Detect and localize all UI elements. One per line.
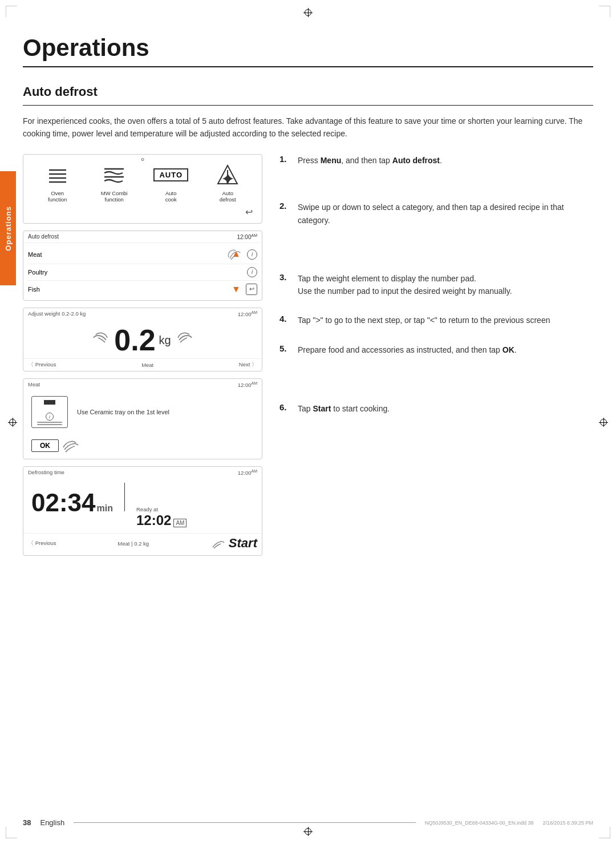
auto-cook-icon-item: AUTO Autocook bbox=[157, 163, 185, 203]
corner-mark-tl bbox=[6, 6, 17, 17]
screen2-time: 12:00AM bbox=[237, 233, 257, 240]
footer-page-number: 38 bbox=[23, 818, 31, 827]
auto-cook-label: Autocook bbox=[165, 190, 177, 203]
tray-icon: i bbox=[31, 396, 68, 428]
screen2-header: Auto defrost 12:00AM bbox=[23, 231, 262, 243]
step-5: 5. Prepare food and accessories as instr… bbox=[279, 344, 593, 356]
step-1-text: Press Menu, and then tap Auto defrost. bbox=[298, 154, 442, 167]
auto-defrost-symbol: ✦ bbox=[214, 163, 241, 188]
step-3: 3. Tap the weight element to display the… bbox=[279, 272, 593, 298]
screen3-mockup: Adjust weight 0.2-2.0 kg 12:00AM 0.2 kg bbox=[23, 308, 262, 371]
fish-label: Fish bbox=[28, 286, 40, 293]
page-footer: 38 English NQ50J9530_EN_DE68-04334G-00_E… bbox=[23, 818, 593, 827]
step-5-number: 5. bbox=[279, 344, 292, 353]
screen3-next: Next 〉 bbox=[239, 361, 257, 369]
step-2-number: 2. bbox=[279, 201, 292, 211]
step-2-text: Swipe up or down to select a category, a… bbox=[298, 201, 593, 227]
ok-button[interactable]: OK bbox=[31, 439, 59, 452]
swipe-arrows: ▲ ▼ bbox=[231, 249, 241, 294]
hand-ok-icon bbox=[62, 438, 82, 453]
section-rule bbox=[23, 105, 593, 106]
screen1-dot bbox=[141, 158, 144, 161]
screen2-title: Auto defrost bbox=[28, 233, 59, 240]
hand-right-icon bbox=[177, 332, 195, 348]
steps-list: 1. Press Menu, and then tap Auto defrost… bbox=[279, 154, 593, 415]
screen4-instruction-text: Use Ceramic tray on the 1st level bbox=[77, 407, 254, 417]
poultry-info-icon: i bbox=[247, 267, 257, 277]
screen2-row-poultry: Poultry i bbox=[28, 264, 257, 281]
step-6: 6. Tap Start to start cooking. bbox=[279, 402, 593, 415]
svg-text:✦: ✦ bbox=[221, 169, 235, 186]
screen5-header: Defrosting time 12:00AM bbox=[23, 467, 262, 478]
step-4: 4. Tap ">" to go to the next step, or ta… bbox=[279, 314, 593, 326]
screen5-header-time: 12:00AM bbox=[238, 469, 257, 476]
screen3-header-text: Adjust weight 0.2-2.0 kg bbox=[28, 310, 86, 317]
mw-combi-label: MW Combifunction bbox=[101, 190, 128, 203]
screen3-time: 12:00AM bbox=[238, 310, 257, 317]
poultry-label: Poultry bbox=[28, 269, 47, 276]
am-badge: AM bbox=[173, 519, 187, 527]
swipe-down-arrow: ▼ bbox=[232, 284, 241, 294]
screen3-body: 0.2 kg bbox=[23, 320, 262, 358]
screen4-header: Meat 12:00AM bbox=[23, 379, 262, 390]
screen5-footer: 〈 Previous Meat | 0.2 kg Start bbox=[23, 533, 262, 555]
fish-back-icon: ↩ bbox=[246, 284, 257, 295]
time-display-row: 02:34 min Ready at 12:02 AM bbox=[31, 483, 254, 528]
weight-value: 0.2 bbox=[114, 325, 155, 355]
screen4-header-left: Meat bbox=[28, 381, 40, 388]
step-2: 2. Swipe up or down to select a category… bbox=[279, 201, 593, 227]
tray-rect bbox=[44, 400, 55, 405]
reg-mark-top bbox=[303, 8, 313, 17]
steps-col: 1. Press Menu, and then tap Auto defrost… bbox=[279, 154, 593, 431]
reg-mark-bottom bbox=[303, 827, 313, 836]
screen5-body: 02:34 min Ready at 12:02 AM bbox=[23, 478, 262, 533]
screen5-center: Meat | 0.2 kg bbox=[117, 540, 149, 547]
sidebar-label: Operations bbox=[4, 206, 13, 251]
footer-rule bbox=[74, 822, 416, 823]
time-divider bbox=[124, 483, 125, 511]
screen4-body: i Use Ceramic tray on the 1st level bbox=[23, 390, 262, 434]
auto-label-box: AUTO bbox=[153, 168, 188, 181]
hand-start-icon bbox=[210, 537, 226, 550]
step-5-text: Prepare food and accessories as instruct… bbox=[298, 344, 517, 356]
tray-line-1 bbox=[37, 422, 62, 423]
meat-info-icon: i bbox=[247, 249, 257, 260]
oven-function-icon-item: Ovenfunction bbox=[44, 163, 71, 203]
screen2-body: ▲ ▼ Meat i bbox=[23, 243, 262, 300]
section-heading: Auto defrost bbox=[23, 84, 593, 99]
oven-function-label: Ovenfunction bbox=[48, 190, 67, 203]
auto-cook-symbol: AUTO bbox=[157, 163, 185, 188]
step-4-number: 4. bbox=[279, 314, 292, 324]
screen2-mockup: Auto defrost 12:00AM ▲ ▼ Meat bbox=[23, 231, 262, 301]
ok-btn-area: OK bbox=[23, 438, 262, 459]
mw-combi-symbol bbox=[100, 163, 128, 188]
footer-date: 2/16/2015 6:39:25 PM bbox=[542, 820, 593, 826]
meat-label: Meat bbox=[28, 251, 42, 258]
screen3-header: Adjust weight 0.2-2.0 kg 12:00AM bbox=[23, 308, 262, 320]
screen4-mockup: Meat 12:00AM i Use Ceramic tray on the 1… bbox=[23, 378, 262, 459]
hand-left-icon bbox=[90, 332, 108, 348]
tray-line-2 bbox=[37, 424, 62, 425]
ready-label: Ready at bbox=[136, 506, 158, 512]
mw-combi-icon-item: MW Combifunction bbox=[100, 163, 128, 203]
icon-row: Ovenfunction MW Combifunction bbox=[29, 163, 256, 203]
screen5-mockup: Defrosting time 12:00AM 02:34 min Ready … bbox=[23, 466, 262, 556]
swipe-up-arrow: ▲ bbox=[232, 249, 241, 259]
screen2-row-meat: Meat i bbox=[28, 245, 257, 264]
corner-mark-tr bbox=[599, 6, 610, 17]
ready-time-value: 12:02 bbox=[136, 512, 171, 528]
start-button[interactable]: Start bbox=[229, 536, 257, 551]
step-1: 1. Press Menu, and then tap Auto defrost… bbox=[279, 154, 593, 167]
reg-mark-left bbox=[8, 418, 17, 427]
title-rule bbox=[23, 66, 593, 67]
defrost-time: 02:34 bbox=[31, 490, 96, 515]
reg-mark-right bbox=[599, 418, 608, 427]
step-6-number: 6. bbox=[279, 402, 292, 412]
ready-time-row: 12:02 AM bbox=[136, 512, 187, 528]
step-1-number: 1. bbox=[279, 154, 292, 164]
oven-function-symbol bbox=[44, 163, 71, 188]
tray-info-icon: i bbox=[46, 413, 54, 421]
time-unit: min bbox=[97, 503, 113, 514]
screen3-footer: 〈 Previous Meat Next 〉 bbox=[23, 358, 262, 371]
back-arrow-1: ↩ bbox=[29, 207, 256, 217]
